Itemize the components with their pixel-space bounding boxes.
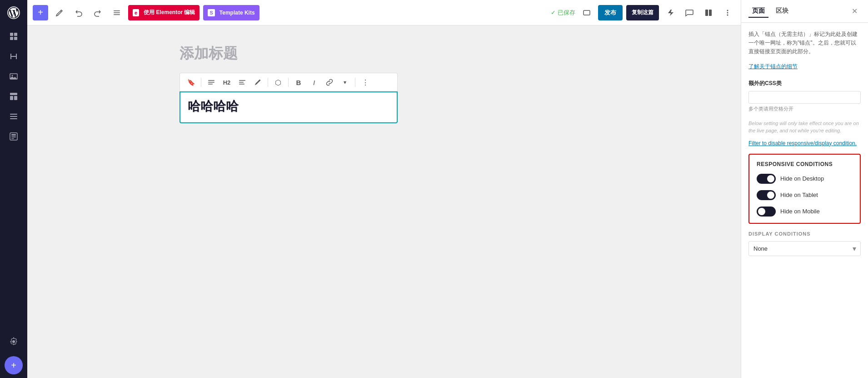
align-toolbar-btn[interactable] — [204, 75, 219, 90]
svg-rect-20 — [584, 10, 590, 15]
svg-point-6 — [12, 75, 13, 76]
more-options-button[interactable] — [720, 5, 735, 20]
filter-link[interactable]: Filter to disable responsive/display con… — [748, 140, 861, 146]
sidebar-item-structure[interactable] — [5, 107, 23, 126]
text-editor-content[interactable]: 哈哈哈哈 — [180, 91, 398, 123]
display-conditions-section: DISPLAY CONDITIONS None Custom Logged In… — [748, 231, 861, 263]
sidebar-item-image[interactable] — [5, 67, 23, 86]
top-bar: + e 使用 Element — [27, 0, 741, 25]
left-sidebar: + — [0, 0, 27, 378]
divider — [201, 78, 201, 87]
chat-button[interactable] — [682, 5, 697, 20]
svg-rect-11 — [10, 116, 17, 117]
right-panel: 页面 区块 ✕ 插入「锚点（无需主结）」标记为此处及创建一个唯一网址，称为"锚点… — [741, 0, 868, 378]
canvas-content: 添加标题 🔖 H2 — [180, 44, 589, 123]
responsive-conditions-box: Responsive Conditions Hide on Desktop Hi… — [748, 154, 861, 224]
main-area: + e 使用 Element — [27, 0, 741, 378]
page-tab[interactable]: 页面 — [748, 5, 768, 18]
learn-more-link[interactable]: 了解关于锚点的细节 — [748, 63, 798, 70]
edit-button[interactable] — [52, 5, 67, 20]
display-conditions-title: DISPLAY CONDITIONS — [748, 231, 861, 237]
svg-rect-10 — [10, 114, 17, 115]
hide-desktop-row: Hide on Desktop — [757, 174, 853, 184]
svg-rect-4 — [14, 37, 17, 40]
svg-rect-27 — [208, 82, 215, 83]
svg-rect-30 — [239, 82, 244, 83]
display-conditions-select[interactable]: None Custom Logged In Logged Out — [748, 241, 861, 256]
chevron-down-toolbar-btn[interactable]: ▾ — [338, 75, 352, 90]
elementor-edit-button[interactable]: e 使用 Elementor 编辑 — [128, 5, 200, 20]
svg-rect-1 — [10, 33, 13, 36]
undo-button[interactable] — [71, 5, 86, 20]
hide-mobile-toggle[interactable] — [757, 207, 776, 217]
svg-rect-29 — [239, 80, 245, 81]
display-conditions-select-wrapper: None Custom Logged In Logged Out — [748, 241, 861, 256]
redo-button[interactable] — [90, 5, 105, 20]
canvas-area: 添加标题 🔖 H2 — [27, 25, 741, 378]
svg-rect-2 — [14, 33, 17, 36]
svg-rect-14 — [11, 134, 16, 136]
panel-close-button[interactable]: ✕ — [848, 5, 861, 18]
css-class-hint: 多个类请用空格分开 — [748, 106, 861, 112]
svg-point-24 — [727, 12, 728, 13]
lightning-button[interactable] — [663, 5, 678, 20]
bold-toolbar-btn[interactable]: B — [291, 75, 306, 90]
divider-3 — [288, 78, 289, 87]
publish-button[interactable]: 发布 — [598, 5, 623, 20]
sidebar-item-template[interactable] — [5, 127, 23, 146]
svg-rect-16 — [11, 138, 14, 139]
hide-tablet-label: Hide on Tablet — [780, 192, 818, 198]
svg-rect-18 — [114, 12, 120, 13]
add-button[interactable]: + — [33, 5, 48, 20]
responsive-conditions-title: Responsive Conditions — [757, 161, 853, 167]
svg-rect-17 — [114, 10, 120, 11]
text-editor-toolbar: 🔖 H2 — [180, 73, 398, 91]
hide-desktop-label: Hide on Desktop — [780, 175, 824, 182]
description-text: 插入「锚点（无需主结）」标记为此处及创建一个唯一网址，称为"锚点"。之后，您就可… — [748, 30, 861, 56]
hide-desktop-toggle[interactable] — [757, 174, 776, 184]
page-title: 添加标题 — [180, 44, 589, 64]
menu-button[interactable] — [109, 5, 125, 20]
svg-rect-9 — [14, 96, 17, 100]
layout-toggle-button[interactable] — [701, 5, 716, 20]
hide-mobile-row: Hide on Mobile — [757, 207, 853, 217]
plus-icon: + — [11, 360, 16, 371]
sidebar-item-heading[interactable] — [5, 47, 23, 66]
panel-body: 插入「锚点（无需主结）」标记为此处及创建一个唯一网址，称为"锚点"。之后，您就可… — [741, 23, 868, 378]
template-kits-button[interactable]: S Template Kits — [203, 5, 259, 20]
css-class-input[interactable] — [748, 91, 861, 104]
svg-point-25 — [727, 14, 728, 15]
svg-rect-3 — [10, 37, 13, 40]
note-text: Below setting will only take effect once… — [748, 120, 861, 135]
sidebar-add-button[interactable]: + — [5, 356, 23, 374]
sidebar-item-dashboard[interactable] — [5, 27, 23, 45]
css-class-label: 额外的CSS类 — [748, 80, 861, 87]
sidebar-item-settings[interactable] — [5, 333, 23, 351]
shape-toolbar-btn[interactable]: ⬡ — [271, 75, 285, 90]
svg-rect-21 — [705, 10, 708, 16]
svg-rect-28 — [208, 84, 213, 85]
svg-rect-19 — [114, 14, 120, 15]
italic-toolbar-btn[interactable]: I — [307, 75, 321, 90]
block-tab[interactable]: 区块 — [772, 5, 792, 18]
more-toolbar-btn[interactable]: ⋮ — [358, 75, 373, 90]
svg-rect-22 — [709, 10, 712, 16]
svg-rect-12 — [10, 118, 17, 119]
link-toolbar-btn[interactable] — [322, 75, 337, 90]
align-left-toolbar-btn[interactable] — [235, 75, 249, 90]
hide-tablet-toggle[interactable] — [757, 190, 776, 200]
hide-tablet-row: Hide on Tablet — [757, 190, 853, 200]
sidebar-item-layout[interactable] — [5, 87, 23, 106]
panel-header: 页面 区块 ✕ — [741, 0, 868, 23]
bookmark-toolbar-btn[interactable]: 🔖 — [184, 75, 198, 90]
responsive-button[interactable] — [579, 5, 594, 20]
divider-2 — [268, 78, 268, 87]
svg-rect-26 — [208, 80, 215, 81]
saved-status: ✓ 已保存 — [551, 9, 575, 17]
h2-toolbar-btn[interactable]: H2 — [219, 75, 234, 90]
marker-toolbar-btn[interactable] — [250, 75, 265, 90]
copy-button[interactable]: 复制这篇 — [626, 5, 659, 20]
svg-rect-31 — [239, 84, 244, 85]
svg-point-23 — [727, 10, 728, 11]
svg-rect-15 — [11, 136, 16, 137]
